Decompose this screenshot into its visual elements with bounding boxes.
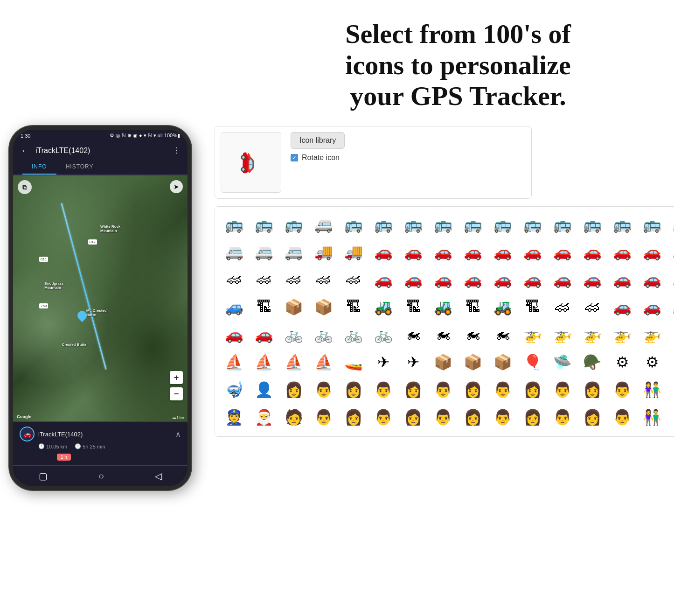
icon-car-yellow2[interactable]: 🚗 [459, 266, 487, 292]
icon-car-red2[interactable]: 🚗 [459, 239, 487, 265]
icon-avatar-woman9[interactable]: 👩 [399, 404, 428, 430]
icon-bus-gray3[interactable]: 🚌 [429, 211, 458, 237]
icon-bicycle-yellow[interactable]: 🚲 [369, 322, 398, 347]
icon-excavator[interactable]: 🏗 [399, 294, 428, 320]
tab-info[interactable]: INFO [22, 160, 56, 175]
icon-helicopter-green[interactable]: 🚁 [638, 322, 667, 347]
icon-avatar-couple[interactable]: 👫 [638, 377, 667, 402]
icon-plane[interactable]: ✈ [369, 349, 398, 375]
icon-car-black[interactable]: 🚗 [578, 239, 607, 265]
icon-extra1[interactable]: 🛡 [667, 349, 674, 375]
expand-icon[interactable]: ∧ [175, 430, 181, 439]
icon-avatar-man7[interactable]: 👨 [608, 377, 637, 402]
icon-bus-gray7[interactable]: 🚌 [608, 211, 637, 237]
icon-bus-gray6[interactable]: 🚌 [578, 211, 607, 237]
icon-library-button[interactable]: Icon library [291, 132, 345, 149]
icon-avatar-man3[interactable]: 👨 [369, 377, 398, 402]
icon-van-yellow[interactable]: 🚐 [250, 239, 278, 265]
icon-avatar-man9[interactable]: 👨 [369, 404, 398, 430]
icon-motorcycle-red[interactable]: 🏍 [399, 322, 428, 347]
map-zoom-out-button[interactable]: − [170, 387, 183, 400]
icon-truck-white[interactable]: 🚚 [309, 239, 338, 265]
icon-avatar-man5[interactable]: 👨 [488, 377, 517, 402]
icon-truck-gray[interactable]: 🚚 [339, 239, 368, 265]
icon-bus-gray9[interactable]: 🚌 [667, 211, 674, 237]
icon-bus-blue[interactable]: 🚐 [309, 211, 338, 237]
icon-tank[interactable]: 🪖 [578, 349, 607, 375]
icon-bicycle-green[interactable]: 🚲 [339, 322, 368, 347]
map-zoom-in-button[interactable]: + [170, 371, 183, 384]
icon-helicopter-red[interactable]: 🚁 [518, 322, 547, 347]
icon-car-red3[interactable]: 🚗 [638, 239, 667, 265]
icon-sailboat1[interactable]: ⛵ [220, 349, 249, 375]
icon-car-lightgray[interactable]: 🚗 [578, 266, 607, 292]
icon-bus-gray1[interactable]: 🚌 [339, 211, 368, 237]
icon-bus-brown[interactable]: 🚌 [459, 211, 487, 237]
icon-van-red[interactable]: 🚐 [220, 239, 249, 265]
icon-helicopter-yellow[interactable]: 🚁 [578, 322, 607, 347]
icon-avatar-man2[interactable]: 👨 [309, 377, 338, 402]
icon-avatar-woman11[interactable]: 👩 [518, 404, 547, 430]
icon-avatar-woman10[interactable]: 👩 [459, 404, 487, 430]
icon-plane2[interactable]: ✈ [399, 349, 428, 375]
icon-speedboat[interactable]: 🚤 [339, 349, 368, 375]
icon-bus-purple[interactable]: 🚌 [279, 211, 308, 237]
icon-car-red[interactable]: 🚗 [369, 239, 398, 265]
icon-bicycle-red[interactable]: 🚲 [279, 322, 308, 347]
icon-bus-white[interactable]: 🚌 [250, 211, 278, 237]
icon-sportscar-green[interactable]: 🏎 [309, 266, 338, 292]
icon-helicopter-blue[interactable]: 🚁 [548, 322, 577, 347]
rotate-checkbox[interactable]: ✓ [291, 154, 298, 161]
icon-car-gray[interactable]: 🚗 [488, 239, 517, 265]
icon-avatar-police1[interactable]: 👮 [220, 404, 249, 430]
icon-car-orange2[interactable]: 🚗 [608, 294, 637, 320]
icon-motorcycle-gray[interactable]: 🏍 [459, 322, 487, 347]
icon-avatar-extra[interactable]: 👤 [667, 404, 674, 430]
icon-helicopter-gray[interactable]: 🚁 [608, 322, 637, 347]
icon-car-sport2[interactable]: 🏎 [548, 294, 577, 320]
icon-car-olive[interactable]: 🚗 [488, 266, 517, 292]
icon-car-vintage[interactable]: 🚗 [220, 322, 249, 347]
icon-car-green2[interactable]: 🏎 [578, 294, 607, 320]
icon-avatar-woman12[interactable]: 👩 [578, 404, 607, 430]
icon-avatar-woman5[interactable]: 👩 [518, 377, 547, 402]
icon-car-orange[interactable]: 🚗 [399, 239, 428, 265]
icon-avatar-woman1[interactable]: 👩 [279, 377, 308, 402]
icon-forklift2[interactable]: 🏗 [339, 294, 368, 320]
icon-avatar-woman7[interactable]: 👩 [667, 377, 674, 402]
icon-car-gray2[interactable]: 🚗 [250, 322, 278, 347]
icon-bus-red[interactable]: 🚌 [220, 211, 249, 237]
icon-car-teal[interactable]: 🚗 [429, 266, 458, 292]
icon-motorcycle-orange[interactable]: 🏍 [488, 322, 517, 347]
icon-sailboat3[interactable]: ⛵ [279, 349, 308, 375]
icon-suv-red[interactable]: 🚙 [220, 294, 249, 320]
icon-avatar-man10[interactable]: 👨 [429, 404, 458, 430]
map-layers-button[interactable]: ⧉ [18, 180, 32, 194]
icon-motorcycle-blue[interactable]: 🏍 [429, 322, 458, 347]
icon-avatar-man8[interactable]: 👨 [309, 404, 338, 430]
nav-back-button[interactable]: ◁ [155, 470, 162, 482]
icon-avatar-man13[interactable]: 👨 [608, 404, 637, 430]
icon-crane2[interactable]: 🏗 [518, 294, 547, 320]
icon-avatar-diver[interactable]: 🤿 [220, 377, 249, 402]
icon-avatar-man12[interactable]: 👨 [548, 404, 577, 430]
icon-sportscar-red[interactable]: 🏎 [220, 266, 249, 292]
icon-sailboat4[interactable]: ⛵ [309, 349, 338, 375]
icon-avatar-waiter[interactable]: 🧑 [279, 404, 308, 430]
nav-recent-button[interactable]: ▢ [39, 470, 48, 482]
icon-ufo[interactable]: 🛸 [548, 349, 577, 375]
icon-avatar-man11[interactable]: 👨 [488, 404, 517, 430]
icon-bus-gray8[interactable]: 🚌 [638, 211, 667, 237]
icon-wheel[interactable]: ⚙ [608, 349, 637, 375]
icon-avatar-woman3[interactable]: 👩 [399, 377, 428, 402]
tab-history[interactable]: HISTORY [56, 160, 103, 175]
icon-car-sport[interactable]: 🚗 [667, 239, 674, 265]
icon-car-silver2[interactable]: 🚗 [518, 266, 547, 292]
icon-forklift1[interactable]: 🏗 [250, 294, 278, 320]
icon-sportscar-gold[interactable]: 🏎 [339, 266, 368, 292]
nav-home-button[interactable]: ○ [98, 471, 104, 482]
icon-digger[interactable]: 🚜 [488, 294, 517, 320]
icon-car-white2[interactable]: 🚗 [608, 266, 637, 292]
map-navigate-button[interactable]: ➤ [170, 180, 183, 193]
icon-container-blue[interactable]: 📦 [429, 349, 458, 375]
